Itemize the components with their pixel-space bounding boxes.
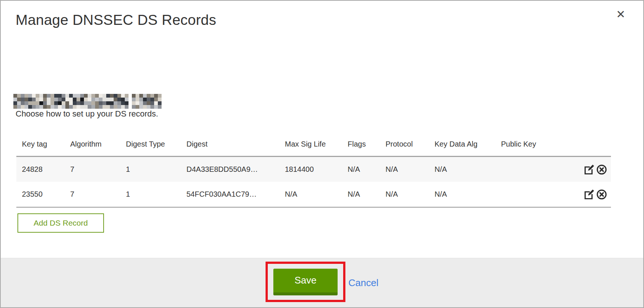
col-header-max-sig-life: Max Sig Life — [285, 140, 348, 148]
table-row: 23550 7 1 54FCF030AA1C79… N/A N/A N/A N/… — [16, 182, 611, 207]
add-ds-record-button[interactable]: Add DS Record — [17, 213, 104, 233]
edit-icon[interactable] — [583, 164, 595, 175]
cancel-link[interactable]: Cancel — [348, 277, 378, 289]
cell-protocol: N/A — [386, 165, 435, 174]
col-header-key-data-alg: Key Data Alg — [435, 140, 501, 148]
col-header-digest: Digest — [186, 140, 285, 148]
edit-icon[interactable] — [583, 189, 595, 200]
cell-max-sig-life: N/A — [285, 190, 348, 199]
cell-flags: N/A — [348, 165, 386, 174]
redacted-domain-segment — [13, 94, 129, 109]
remove-icon[interactable] — [596, 164, 607, 175]
col-header-digest-type: Digest Type — [126, 140, 186, 148]
cell-key-tag: 23550 — [22, 190, 70, 199]
red-highlight-annotation: Save — [266, 262, 345, 302]
dialog-footer: Save Cancel — [1, 258, 643, 307]
cell-algorithm: 7 — [70, 165, 126, 174]
cell-algorithm: 7 — [70, 190, 126, 199]
cell-key-data-alg: N/A — [435, 190, 501, 199]
close-icon[interactable]: ✕ — [616, 9, 625, 20]
cell-key-tag: 24828 — [22, 165, 70, 174]
table-row: 24828 7 1 D4A33E8DD550A9… 1814400 N/A N/… — [16, 157, 611, 182]
col-header-algorithm: Algorithm — [70, 140, 126, 148]
col-header-flags: Flags — [348, 140, 386, 148]
save-button[interactable]: Save — [273, 269, 338, 295]
remove-icon[interactable] — [596, 189, 607, 200]
col-header-protocol: Protocol — [386, 140, 435, 148]
cell-digest: 54FCF030AA1C79… — [186, 190, 285, 199]
dialog-title: Manage DNSSEC DS Records — [16, 12, 216, 28]
cell-flags: N/A — [348, 190, 386, 199]
col-header-key-tag: Key tag — [22, 140, 70, 148]
cell-protocol: N/A — [386, 190, 435, 199]
table-header-row: Key tag Algorithm Digest Type Digest Max… — [16, 132, 611, 156]
col-header-public-key: Public Key — [501, 140, 578, 148]
redacted-domain-segment — [132, 94, 162, 109]
cell-digest-type: 1 — [126, 190, 186, 199]
cell-digest: D4A33E8DD550A9… — [186, 165, 285, 174]
cell-key-data-alg: N/A — [435, 165, 501, 174]
redacted-domain-name — [13, 94, 162, 109]
cell-digest-type: 1 — [126, 165, 186, 174]
cell-max-sig-life: 1814400 — [285, 165, 348, 174]
ds-records-table: Key tag Algorithm Digest Type Digest Max… — [16, 132, 611, 208]
manage-dnssec-dialog: Manage DNSSEC DS Records ✕ Choose how to… — [0, 0, 644, 308]
instruction-text: Choose how to set up your DS records. — [16, 109, 158, 119]
